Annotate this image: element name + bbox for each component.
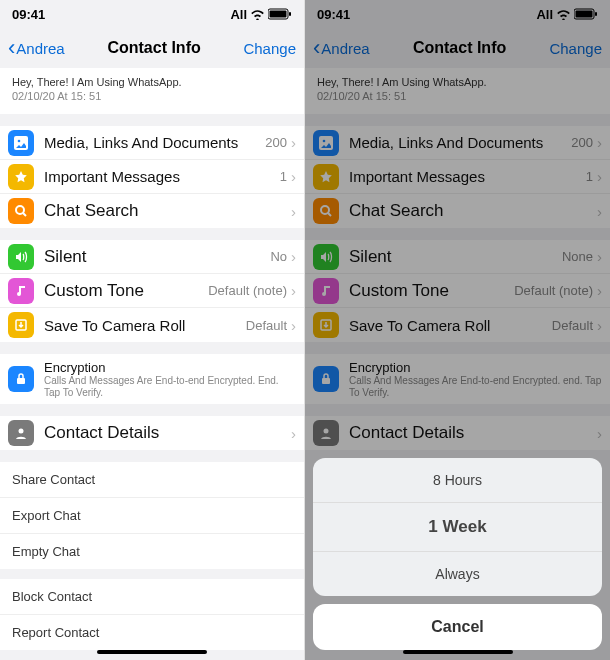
group-encryption: Encryption Calls And Messages Are End-to… bbox=[305, 354, 610, 404]
row-encryption-label: Encryption bbox=[44, 360, 296, 375]
row-search[interactable]: Chat Search › bbox=[305, 194, 610, 228]
chevron-right-icon: › bbox=[597, 317, 602, 334]
chevron-right-icon: › bbox=[597, 425, 602, 442]
group-encryption: Encryption Calls And Messages Are End-to… bbox=[0, 354, 304, 404]
status-carrier: All bbox=[536, 7, 553, 22]
status-right: All bbox=[536, 7, 598, 22]
svg-point-19 bbox=[324, 429, 329, 434]
row-contact-details[interactable]: Contact Details › bbox=[0, 416, 304, 450]
back-button[interactable]: ‹ Andrea bbox=[313, 37, 370, 59]
row-details-label: Contact Details bbox=[349, 423, 597, 443]
group-settings: Silent None › Custom Tone Default (note)… bbox=[305, 240, 610, 342]
group-details: Contact Details › bbox=[305, 416, 610, 450]
row-silent[interactable]: Silent None › bbox=[305, 240, 610, 274]
change-button[interactable]: Change bbox=[549, 40, 602, 57]
svg-rect-8 bbox=[17, 378, 25, 384]
chevron-right-icon: › bbox=[291, 248, 296, 265]
row-search-label: Chat Search bbox=[44, 201, 291, 221]
contact-icon bbox=[313, 420, 339, 446]
star-icon bbox=[8, 164, 34, 190]
contact-status-text: Hey, There! I Am Using WhatsApp. bbox=[317, 76, 598, 88]
nav-bar: ‹ Andrea Contact Info Change bbox=[305, 28, 610, 68]
chevron-right-icon: › bbox=[291, 168, 296, 185]
row-save[interactable]: Save To Camera Roll Default › bbox=[305, 308, 610, 342]
row-save-value: Default bbox=[552, 318, 593, 333]
svg-rect-2 bbox=[289, 12, 291, 16]
chevron-right-icon: › bbox=[597, 203, 602, 220]
row-tone[interactable]: Custom Tone Default (note) › bbox=[0, 274, 304, 308]
search-icon bbox=[8, 198, 34, 224]
row-media[interactable]: Media, Links And Documents 200 › bbox=[0, 126, 304, 160]
svg-point-5 bbox=[16, 206, 24, 214]
home-indicator bbox=[403, 650, 513, 654]
row-save-label: Save To Camera Roll bbox=[44, 317, 246, 334]
group-settings: Silent No › Custom Tone Default (note) ›… bbox=[0, 240, 304, 342]
home-indicator bbox=[97, 650, 207, 654]
sheet-option-8hours[interactable]: 8 Hours bbox=[313, 458, 602, 503]
sheet-cancel-button[interactable]: Cancel bbox=[313, 604, 602, 650]
row-media-label: Media, Links And Documents bbox=[349, 134, 571, 151]
svg-point-15 bbox=[321, 206, 329, 214]
group-media: Media, Links And Documents 200 › Importa… bbox=[305, 126, 610, 228]
change-button[interactable]: Change bbox=[243, 40, 296, 57]
svg-point-9 bbox=[19, 429, 24, 434]
photo-icon bbox=[313, 130, 339, 156]
row-search-label: Chat Search bbox=[349, 201, 597, 221]
row-details-label: Contact Details bbox=[44, 423, 291, 443]
link-share-contact[interactable]: Share Contact bbox=[0, 462, 304, 498]
row-tone-label: Custom Tone bbox=[349, 281, 514, 301]
row-silent[interactable]: Silent No › bbox=[0, 240, 304, 274]
nav-title: Contact Info bbox=[107, 39, 200, 57]
link-empty-chat[interactable]: Empty Chat bbox=[0, 534, 304, 569]
sheet-options: 8 Hours 1 Week Always bbox=[313, 458, 602, 596]
status-carrier: All bbox=[230, 7, 247, 22]
row-important[interactable]: Important Messages 1 › bbox=[305, 160, 610, 194]
link-report-contact[interactable]: Report Contact bbox=[0, 615, 304, 650]
music-icon bbox=[313, 278, 339, 304]
music-icon bbox=[8, 278, 34, 304]
chevron-right-icon: › bbox=[291, 134, 296, 151]
wifi-icon bbox=[556, 9, 571, 20]
lock-icon bbox=[313, 366, 339, 392]
row-media[interactable]: Media, Links And Documents 200 › bbox=[305, 126, 610, 160]
svg-rect-12 bbox=[595, 12, 597, 16]
chevron-right-icon: › bbox=[291, 282, 296, 299]
link-block-contact[interactable]: Block Contact bbox=[0, 579, 304, 615]
sheet-option-always[interactable]: Always bbox=[313, 552, 602, 596]
left-screen: 09:41 All ‹ Andrea Contact Info Change H… bbox=[0, 0, 305, 660]
row-important-value: 1 bbox=[586, 169, 593, 184]
row-silent-label: Silent bbox=[349, 247, 562, 267]
photo-icon bbox=[8, 130, 34, 156]
row-save-label: Save To Camera Roll bbox=[349, 317, 552, 334]
row-encryption[interactable]: Encryption Calls And Messages Are End-to… bbox=[305, 354, 610, 404]
save-icon bbox=[313, 312, 339, 338]
sheet-option-1week[interactable]: 1 Week bbox=[313, 503, 602, 552]
row-encryption[interactable]: Encryption Calls And Messages Are End-to… bbox=[0, 354, 304, 404]
chevron-right-icon: › bbox=[597, 248, 602, 265]
row-media-label: Media, Links And Documents bbox=[44, 134, 265, 151]
row-tone[interactable]: Custom Tone Default (note) › bbox=[305, 274, 610, 308]
row-save[interactable]: Save To Camera Roll Default › bbox=[0, 308, 304, 342]
status-bar: 09:41 All bbox=[0, 0, 304, 28]
row-contact-details[interactable]: Contact Details › bbox=[305, 416, 610, 450]
battery-icon bbox=[268, 8, 292, 20]
back-button[interactable]: ‹ Andrea bbox=[8, 37, 65, 59]
save-icon bbox=[8, 312, 34, 338]
svg-rect-18 bbox=[322, 378, 330, 384]
link-export-chat[interactable]: Export Chat bbox=[0, 498, 304, 534]
row-tone-value: Default (note) bbox=[514, 283, 593, 298]
lock-icon bbox=[8, 366, 34, 392]
row-encryption-label: Encryption bbox=[349, 360, 602, 375]
svg-rect-1 bbox=[270, 11, 287, 18]
chevron-right-icon: › bbox=[291, 425, 296, 442]
row-search[interactable]: Chat Search › bbox=[0, 194, 304, 228]
status-right: All bbox=[230, 7, 292, 22]
row-important[interactable]: Important Messages 1 › bbox=[0, 160, 304, 194]
row-tone-value: Default (note) bbox=[208, 283, 287, 298]
row-important-value: 1 bbox=[280, 169, 287, 184]
status-time: 09:41 bbox=[317, 7, 350, 22]
row-tone-label: Custom Tone bbox=[44, 281, 208, 301]
row-silent-label: Silent bbox=[44, 247, 270, 267]
row-save-value: Default bbox=[246, 318, 287, 333]
wifi-icon bbox=[250, 9, 265, 20]
